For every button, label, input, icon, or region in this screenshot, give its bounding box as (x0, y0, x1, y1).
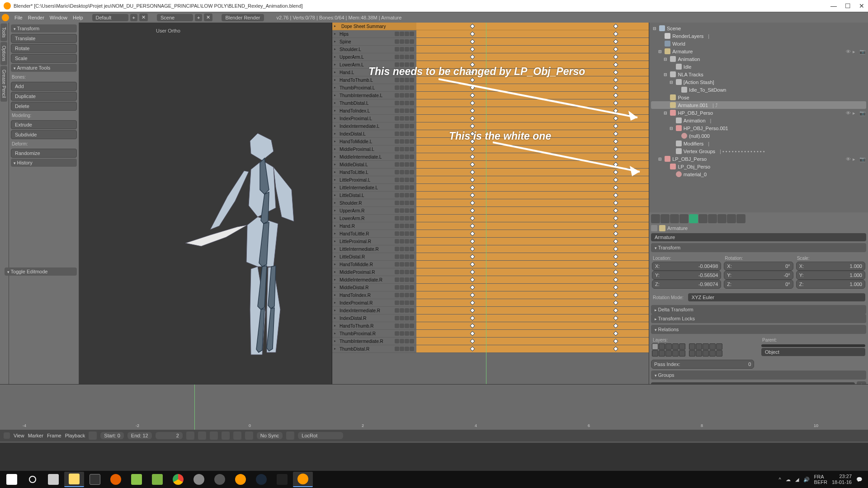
dopesheet-channel-row[interactable]: LittleProximal.R (332, 238, 649, 245)
scale-button[interactable]: Scale (11, 54, 77, 63)
blender1-taskbar-icon[interactable] (231, 472, 250, 487)
explorer-taskbar-icon[interactable] (64, 472, 84, 487)
groups-header[interactable]: Groups (651, 371, 866, 380)
delete-button[interactable]: Delete (11, 102, 77, 111)
minimize-button[interactable]: — (830, 2, 837, 9)
dopesheet-channel-row[interactable]: ThumbIntermediate.R (332, 338, 649, 345)
app3-taskbar-icon[interactable] (210, 472, 230, 487)
parent-field[interactable] (761, 344, 865, 347)
scene-selector[interactable]: Scene (157, 14, 193, 21)
dopesheet-channel-row[interactable]: UpperArm.L (332, 53, 649, 61)
dopesheet-channel-row[interactable]: Hips (332, 30, 649, 38)
outliner-item[interactable]: ⊟Scene (651, 24, 866, 32)
jump-end-icon[interactable] (245, 432, 253, 440)
dopesheet-channel-row[interactable]: Shoulder.R (332, 199, 649, 207)
scale-y[interactable]: Y:1.000 (796, 271, 865, 280)
dopesheet-channel-row[interactable]: Shoulder.L (332, 46, 649, 53)
outliner-item[interactable]: Pose (651, 94, 866, 101)
pin-icon[interactable] (651, 225, 657, 231)
dopesheet-channel-row[interactable]: LittleDistal.L (332, 192, 649, 199)
close-button[interactable]: ✕ (859, 2, 864, 9)
tab-options[interactable]: Options (0, 42, 7, 65)
3d-viewport[interactable]: User Ortho (79, 23, 332, 422)
tab-render-icon[interactable] (651, 214, 660, 223)
timeline-ruler[interactable]: -4-20246810121416 (0, 385, 868, 430)
relations-header[interactable]: Relations (651, 325, 866, 334)
outliner-item[interactable]: ⊟NLA Tracks (651, 70, 866, 78)
duplicate-button[interactable]: Duplicate (11, 92, 77, 101)
taskview-button[interactable] (43, 472, 63, 487)
store-taskbar-icon[interactable] (85, 472, 105, 487)
chrome-taskbar-icon[interactable] (168, 472, 188, 487)
tray-network-icon[interactable]: ◢ (795, 477, 799, 483)
tab-layers-icon[interactable] (660, 214, 670, 223)
tl-view[interactable]: View (14, 433, 24, 438)
dopesheet-channel-row[interactable]: IndexDistal.R (332, 314, 649, 322)
location-x[interactable]: X:-0.00498 (652, 262, 721, 271)
blender2-taskbar-icon[interactable] (293, 472, 313, 487)
dopesheet-channel-row[interactable]: HandToIndex.R (332, 291, 649, 299)
outliner-item[interactable]: Modifiers| (651, 140, 866, 147)
dopesheet-channel-row[interactable]: MiddleProximal.R (332, 268, 649, 276)
outliner-item[interactable]: Animation| (651, 117, 866, 124)
outliner-item[interactable]: Vertex Groups| • • • • • • • • • • • • •… (651, 147, 866, 155)
rotation-mode-select[interactable]: XYZ Euler (688, 293, 865, 301)
breadcrumb-name[interactable]: Armature (667, 225, 688, 231)
randomize-button[interactable]: Randomize (11, 149, 77, 158)
dopesheet-channel-row[interactable]: LowerArm.R (332, 215, 649, 222)
subdivide-button[interactable]: Subdivide (11, 130, 77, 139)
tab-grease-pencil[interactable]: Grease Pencil (0, 66, 7, 102)
outliner-item[interactable]: LP_Obj_Perso (651, 163, 866, 170)
render-engine-selector[interactable]: Blender Render (222, 14, 264, 21)
tab-scene-icon[interactable] (670, 214, 679, 223)
toggle-editmode[interactable]: Toggle Editmode (5, 267, 77, 276)
tab-physics-icon[interactable] (736, 214, 745, 223)
dopesheet-channel-row[interactable]: LittleIntermediate.L (332, 184, 649, 192)
prev-key-icon[interactable] (198, 432, 206, 440)
dopesheet-channel-row[interactable]: ThumbProximal.R (332, 330, 649, 338)
menu-file[interactable]: File (14, 15, 23, 20)
scene-remove-button[interactable]: ✕ (204, 14, 212, 21)
jump-start-icon[interactable] (186, 432, 194, 440)
unity-taskbar-icon[interactable] (272, 472, 292, 487)
layer-buttons[interactable] (652, 343, 756, 357)
outliner-item[interactable]: ⊟Animation (651, 55, 866, 63)
outliner[interactable]: ⊟Scene RenderLayers| World ⊟Armature👁▸📷 … (649, 23, 868, 212)
next-key-icon[interactable] (233, 432, 241, 440)
app-taskbar-icon[interactable] (127, 472, 146, 487)
armature-tools-header[interactable]: Armature Tools (11, 64, 77, 72)
dopesheet-channel-row[interactable]: IndexIntermediate.R (332, 307, 649, 314)
menu-render[interactable]: Render (28, 15, 44, 20)
dopesheet-channel-row[interactable]: HandToThumb.R (332, 322, 649, 330)
tray-volume-icon[interactable]: 🔊 (803, 477, 810, 483)
keying-set-select[interactable]: LocRot (298, 432, 343, 439)
sync-mode-select[interactable]: No Sync (257, 432, 283, 439)
rotate-button[interactable]: Rotate (11, 44, 77, 53)
autokey-toggle[interactable] (286, 432, 294, 440)
start-frame-field[interactable]: Start: 0 (100, 432, 123, 439)
end-frame-field[interactable]: End: 12 (127, 432, 152, 439)
history-header[interactable]: History (11, 159, 77, 167)
delta-transform-header[interactable]: Delta Transform (651, 305, 866, 314)
start-button[interactable] (2, 472, 22, 487)
outliner-item[interactable]: World (651, 40, 866, 47)
blender-logo-icon[interactable] (2, 14, 9, 21)
outliner-item[interactable]: RenderLayers| (651, 32, 866, 40)
app2-taskbar-icon[interactable] (189, 472, 209, 487)
transform-locks-header[interactable]: Transform Locks (651, 314, 866, 323)
transform-header[interactable]: Transform (11, 24, 77, 33)
location-y[interactable]: Y:-0.56504 (652, 271, 721, 280)
dopesheet-channel-row[interactable]: HandToLittle.R (332, 230, 649, 238)
tab-tools[interactable]: Tools (0, 23, 7, 41)
tray-clock[interactable]: 23:2718-01-16 (832, 474, 852, 485)
search-button[interactable] (23, 472, 42, 487)
dopesheet-summary-row[interactable]: Dope Sheet Summary (332, 23, 649, 30)
outliner-item[interactable]: Idle_To_SitDown (651, 86, 866, 94)
firefox-taskbar-icon[interactable] (106, 472, 126, 487)
tab-bone-icon[interactable] (727, 214, 736, 223)
play-reverse-icon[interactable] (210, 432, 218, 440)
layout-add-button[interactable]: + (130, 14, 137, 21)
location-z[interactable]: Z:-0.98074 (652, 280, 721, 289)
outliner-item[interactable]: ⊟Armature👁▸📷 (651, 47, 866, 55)
outliner-item[interactable]: material_0 (651, 170, 866, 178)
